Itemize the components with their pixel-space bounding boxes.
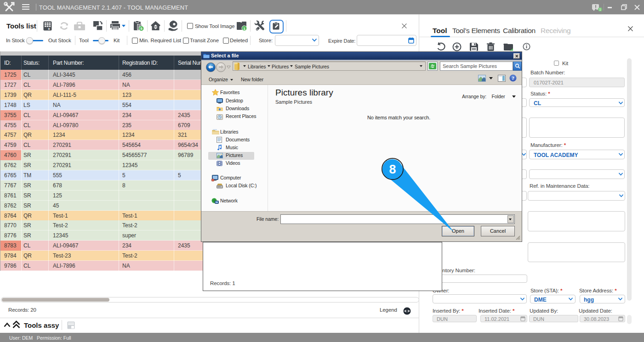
svg-text:1: 1 bbox=[243, 27, 245, 31]
svg-text:?: ? bbox=[512, 75, 514, 81]
svg-text:5: 5 bbox=[140, 27, 142, 31]
svg-text:x: x bbox=[48, 27, 50, 31]
